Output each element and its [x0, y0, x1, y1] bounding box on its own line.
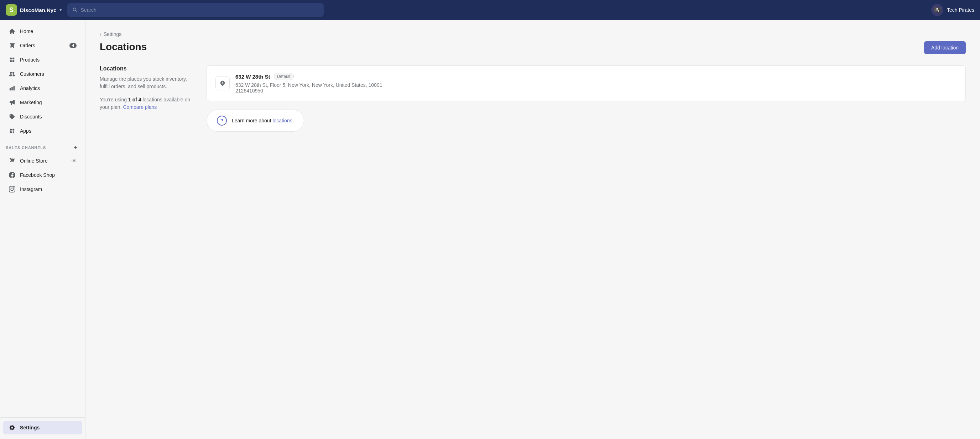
user-name: Tech Pirates: [947, 7, 974, 13]
sidebar-item-settings[interactable]: Settings: [3, 421, 82, 434]
breadcrumb-chevron-icon: ‹: [100, 31, 102, 37]
search-wrap: [67, 3, 324, 17]
usage-count: 1 of 4: [128, 97, 142, 103]
sidebar-item-customers-label: Customers: [20, 71, 44, 77]
learn-more-card: ? Learn more about locations.: [207, 109, 304, 132]
search-icon: [72, 7, 78, 13]
learn-more-prefix: Learn more about: [232, 118, 272, 124]
location-phone: 2126410950: [235, 88, 957, 94]
orders-badge: 4: [70, 43, 76, 48]
sidebar-item-marketing[interactable]: Marketing: [3, 96, 82, 109]
page-title: Locations: [100, 41, 147, 53]
compare-plans-link[interactable]: Compare plans: [123, 104, 157, 110]
sidebar-item-marketing-label: Marketing: [20, 100, 42, 105]
analytics-icon: [8, 85, 16, 92]
sidebar-item-apps[interactable]: Apps: [3, 124, 82, 138]
home-icon: [8, 28, 16, 35]
marketing-icon: [8, 99, 16, 106]
locations-list: 632 W 28th St Default 632 W 28th St, Flo…: [207, 65, 966, 132]
apps-icon: [8, 127, 16, 135]
add-sales-channel-button[interactable]: +: [72, 144, 80, 152]
online-store-icon: [8, 157, 16, 164]
learn-more-text: Learn more about locations.: [232, 118, 294, 124]
locations-description: Locations Manage the places you stock in…: [100, 65, 192, 117]
sidebar-item-discounts-label: Discounts: [20, 114, 42, 119]
sidebar-item-analytics-label: Analytics: [20, 86, 40, 91]
sidebar-item-facebook-shop-label: Facebook Shop: [20, 172, 55, 178]
sidebar-item-orders[interactable]: Orders 4: [3, 39, 82, 52]
shopify-logo-icon: S: [6, 4, 17, 16]
sales-channels-header: SALES CHANNELS +: [0, 138, 85, 154]
sidebar-item-online-store[interactable]: Online Store 👁: [3, 154, 82, 168]
locations-usage-text: You're using 1 of 4 locations available …: [100, 96, 192, 111]
sidebar-item-analytics[interactable]: Analytics: [3, 81, 82, 95]
sidebar-item-discounts[interactable]: Discounts: [3, 110, 82, 124]
sidebar-item-orders-label: Orders: [20, 43, 35, 48]
locations-section-heading: Locations: [100, 65, 192, 72]
user-menu[interactable]: 🏴‍☠️ Tech Pirates: [931, 4, 974, 16]
breadcrumb-text: Settings: [103, 31, 122, 37]
sidebar-item-products-label: Products: [20, 57, 40, 63]
usage-prefix: You're using: [100, 97, 128, 103]
add-location-button[interactable]: Add location: [924, 41, 966, 54]
sidebar-item-online-store-label: Online Store: [20, 158, 48, 164]
location-info: 632 W 28th St Default 632 W 28th St, Flo…: [235, 73, 957, 94]
sidebar-item-apps-label: Apps: [20, 128, 31, 134]
locations-learn-more-link[interactable]: locations: [272, 118, 292, 124]
orders-icon: [8, 42, 16, 49]
search-input[interactable]: [81, 7, 319, 13]
settings-icon: [8, 424, 16, 431]
instagram-icon: [8, 186, 16, 193]
location-name-row: 632 W 28th St Default: [235, 73, 957, 80]
sidebar-item-home-label: Home: [20, 29, 33, 34]
location-name: 632 W 28th St: [235, 74, 270, 80]
locations-layout: Locations Manage the places you stock in…: [100, 65, 966, 132]
top-navigation: S DiscoMan.Nyc ▾ 🏴‍☠️ Tech Pirates: [0, 0, 980, 20]
default-badge: Default: [274, 73, 294, 80]
location-address: 632 W 28th St, Floor 5, New York, New Yo…: [235, 82, 957, 88]
sidebar-item-home[interactable]: Home: [3, 25, 82, 38]
app-body: Home Orders 4 Products Customers Analy: [0, 20, 980, 439]
page-header: Locations Add location: [100, 41, 966, 54]
facebook-icon: [8, 171, 16, 179]
search-container: [67, 3, 324, 17]
location-pin-icon: [215, 76, 230, 90]
sidebar-item-facebook-shop[interactable]: Facebook Shop: [3, 168, 82, 182]
products-icon: [8, 56, 16, 63]
brand-chevron-icon: ▾: [59, 8, 62, 13]
brand-name: DiscoMan.Nyc: [20, 7, 57, 13]
customers-icon: [8, 70, 16, 78]
discounts-icon: [8, 113, 16, 120]
brand-logo[interactable]: S DiscoMan.Nyc ▾: [6, 4, 62, 16]
sidebar-item-instagram-label: Instagram: [20, 186, 42, 192]
sidebar-bottom: Settings: [0, 417, 85, 435]
sidebar-item-products[interactable]: Products: [3, 53, 82, 67]
sidebar-item-settings-label: Settings: [20, 425, 40, 431]
online-store-eye-icon[interactable]: 👁: [72, 158, 76, 164]
locations-description-text: Manage the places you stock inventory, f…: [100, 75, 192, 90]
learn-more-suffix: .: [292, 118, 294, 124]
sidebar: Home Orders 4 Products Customers Analy: [0, 20, 86, 439]
main-content: ‹ Settings Locations Add location Locati…: [86, 20, 980, 439]
sidebar-item-customers[interactable]: Customers: [3, 67, 82, 81]
location-card[interactable]: 632 W 28th St Default 632 W 28th St, Flo…: [207, 65, 966, 101]
breadcrumb[interactable]: ‹ Settings: [100, 31, 966, 37]
question-mark-icon: ?: [217, 116, 227, 125]
avatar: 🏴‍☠️: [931, 4, 943, 16]
sidebar-item-instagram[interactable]: Instagram: [3, 182, 82, 196]
